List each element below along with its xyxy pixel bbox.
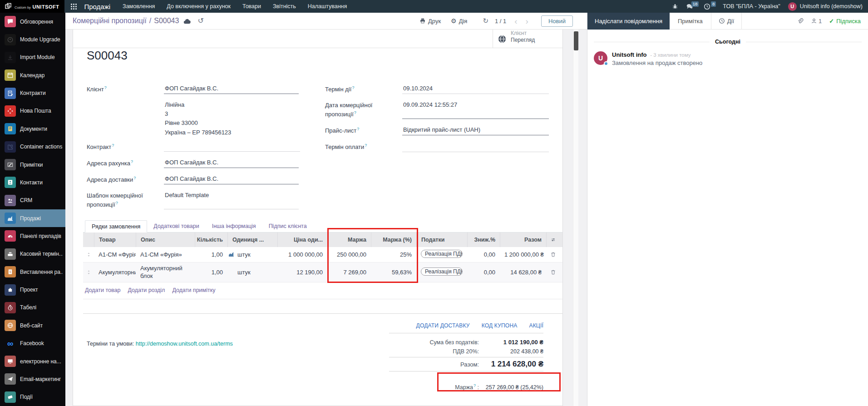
company-switcher[interactable]: ТОВ "БПЛА - Україна" bbox=[723, 3, 780, 10]
discard-undo-icon[interactable]: ↺ bbox=[197, 17, 203, 25]
column-options-icon[interactable] bbox=[546, 233, 560, 247]
cell-margin-pct[interactable]: 59,63% bbox=[371, 269, 416, 276]
add-note-link[interactable]: Додати примітку bbox=[172, 287, 215, 293]
header-quantity[interactable]: Кількість bbox=[195, 233, 227, 247]
breadcrumb-parent-link[interactable]: Комерційні пропозиції bbox=[73, 17, 147, 25]
cell-discount[interactable]: 0,00 bbox=[467, 251, 500, 258]
activities-button[interactable]: Дії bbox=[711, 18, 741, 25]
terms-link[interactable]: http://demoshow.unitsoft.com.ua/terms bbox=[136, 341, 233, 347]
promotions-button[interactable]: АКЦІЇ bbox=[529, 322, 543, 329]
message-author[interactable]: Unitsoft info bbox=[612, 51, 647, 58]
tab-optional-products[interactable]: Додаткові товари bbox=[147, 220, 205, 233]
print-button[interactable]: Друк bbox=[417, 18, 444, 25]
header-unit-price[interactable]: Ціна оди... bbox=[277, 233, 327, 247]
sidebar-item-contacts[interactable]: Контакти bbox=[0, 173, 65, 191]
cell-margin-pct[interactable]: 25% bbox=[371, 251, 416, 258]
cell-quantity[interactable]: 1,00 bbox=[195, 269, 227, 276]
new-button[interactable]: Новий bbox=[541, 15, 573, 27]
cell-discount[interactable]: 0,00 bbox=[467, 269, 500, 276]
sidebar-item-crm[interactable]: CRM bbox=[0, 192, 65, 209]
delete-line-icon[interactable] bbox=[546, 269, 560, 275]
sidebar-item-project[interactable]: Проект bbox=[0, 281, 65, 298]
activities-clock-icon[interactable]: 8 bbox=[704, 3, 710, 10]
cell-unit[interactable]: штук bbox=[227, 251, 277, 258]
drag-handle-icon[interactable] bbox=[83, 270, 94, 275]
quotation-template-field[interactable]: Default Template bbox=[164, 191, 299, 209]
messages-icon[interactable]: 18 bbox=[686, 3, 693, 10]
cell-unit-price[interactable]: 1 000 000,00 bbox=[277, 251, 327, 258]
debug-bug-icon[interactable] bbox=[672, 3, 678, 10]
cell-taxes[interactable]: Реалізація ПДВ 2 bbox=[416, 250, 467, 259]
cell-description[interactable]: Акумуляторний блок bbox=[136, 262, 195, 280]
header-margin[interactable]: Маржа bbox=[327, 233, 371, 247]
current-app-name[interactable]: Продажі bbox=[84, 3, 110, 10]
cell-margin[interactable]: 250 000,00 bbox=[327, 251, 371, 258]
log-note-tab[interactable]: Примітка bbox=[670, 18, 711, 25]
client-field[interactable]: ФОП Сагайдак В.С. bbox=[164, 84, 299, 94]
coupon-code-button[interactable]: КОД КУПОНА bbox=[482, 322, 518, 329]
add-product-link[interactable]: Додати товар bbox=[85, 287, 120, 293]
sidebar-item-nova-poshta[interactable]: Нова Пошта bbox=[0, 102, 65, 120]
menu-to-invoice[interactable]: До включення у рахунок bbox=[161, 0, 237, 13]
cell-margin[interactable]: 7 269,00 bbox=[327, 269, 371, 276]
sidebar-item-sales[interactable]: Продажі bbox=[0, 209, 65, 227]
add-section-link[interactable]: Додати розділ bbox=[128, 287, 165, 293]
cell-product[interactable]: Акумуляторни... bbox=[94, 269, 136, 276]
save-cloud-icon[interactable] bbox=[183, 18, 191, 24]
delivery-address-field[interactable]: ФОП Сагайдак В.С. bbox=[164, 174, 299, 184]
cell-quantity[interactable]: 1,00 bbox=[195, 251, 227, 258]
header-taxes[interactable]: Податки bbox=[416, 233, 467, 247]
menu-reporting[interactable]: Звітність bbox=[267, 0, 302, 13]
sidebar-item-documents[interactable]: Документи bbox=[0, 120, 65, 138]
tab-customer-signature[interactable]: Підпис клієнта bbox=[262, 220, 313, 233]
header-margin-pct[interactable]: Маржа (%) bbox=[371, 233, 416, 247]
sidebar-item-timesheets[interactable]: Табелі bbox=[0, 299, 65, 317]
cell-description[interactable]: А1-СМ «Фурія» bbox=[136, 251, 195, 258]
pager-next-icon[interactable]: › bbox=[524, 17, 530, 25]
refresh-icon[interactable]: ↻ bbox=[483, 17, 488, 25]
sidebar-item-dashboards[interactable]: Панелі приладів bbox=[0, 227, 65, 245]
tab-other-info[interactable]: Інша інформація bbox=[206, 220, 262, 233]
sidebar-item-invoicing[interactable]: $ Виставлення ра... bbox=[0, 263, 65, 281]
attachments-button[interactable] bbox=[797, 18, 804, 25]
scrollbar-thumb[interactable] bbox=[574, 31, 578, 50]
sidebar-item-facebook[interactable]: ∞ Facebook bbox=[0, 334, 65, 352]
quotation-date-field[interactable]: 09.09.2024 12:55:27 bbox=[402, 100, 549, 119]
header-discount[interactable]: Зниж.% bbox=[467, 233, 500, 247]
menu-products[interactable]: Товари bbox=[237, 0, 267, 13]
sidebar-item-discuss[interactable]: Обговорення bbox=[0, 13, 65, 30]
forecast-chart-icon[interactable] bbox=[228, 251, 235, 258]
sidebar-item-contracts[interactable]: Контракти bbox=[0, 84, 65, 102]
header-unit[interactable]: Одиниця ... bbox=[227, 233, 277, 247]
sidebar-item-events[interactable]: Події bbox=[0, 388, 65, 406]
add-shipping-button[interactable]: ДОДАТИ ДОСТАВКУ bbox=[416, 322, 470, 329]
invoice-address-field[interactable]: ФОП Сагайдак В.С. bbox=[164, 158, 299, 168]
pager-prev-icon[interactable]: ‹ bbox=[513, 17, 519, 25]
tab-order-lines[interactable]: Рядки замовлення bbox=[85, 220, 147, 233]
pricelist-field[interactable]: Відкритий прайс-лист (UAH) bbox=[402, 125, 549, 135]
cell-product[interactable]: А1-СМ «Фурія» bbox=[94, 251, 136, 258]
following-button[interactable]: ✓ Підписка bbox=[829, 18, 861, 25]
cell-unit[interactable]: штук bbox=[227, 269, 277, 276]
unitsoft-logo[interactable]: Custom by UNITSOFT bbox=[0, 0, 64, 13]
expiration-date-field[interactable]: 09.10.2024 bbox=[402, 84, 549, 94]
tax-tag[interactable]: Реалізація ПДВ 2 bbox=[421, 267, 463, 276]
sidebar-item-calendar[interactable]: Календар bbox=[0, 66, 65, 84]
content-scrollbar[interactable] bbox=[573, 30, 578, 406]
action-menu-button[interactable]: ⚙ Дія bbox=[448, 18, 470, 25]
sidebar-item-email-marketing[interactable]: Email-маркетинг bbox=[0, 370, 65, 388]
sidebar-item-import-module[interactable]: Import Module bbox=[0, 49, 65, 66]
sidebar-item-pos[interactable]: Касовий термін... bbox=[0, 245, 65, 263]
sidebar-item-elearning[interactable]: електронне на... bbox=[0, 352, 65, 370]
drag-handle-icon[interactable] bbox=[83, 252, 94, 257]
send-message-button[interactable]: Надіслати повідомлення bbox=[587, 13, 670, 30]
cell-unit-price[interactable]: 12 190,00 bbox=[277, 269, 327, 276]
header-total[interactable]: Разом bbox=[500, 233, 546, 247]
tax-tag[interactable]: Реалізація ПДВ 2 bbox=[421, 250, 463, 258]
sidebar-item-website[interactable]: Веб-сайт bbox=[0, 317, 65, 334]
sidebar-item-module-upgrade[interactable]: Module Upgrade bbox=[0, 30, 65, 48]
header-product[interactable]: Товар bbox=[94, 233, 136, 247]
customer-preview-smart-button[interactable]: Клієнт Перегляд bbox=[493, 30, 549, 48]
cell-taxes[interactable]: Реалізація ПДВ 2 bbox=[416, 267, 467, 277]
sidebar-item-container-actions[interactable]: Container actions bbox=[0, 138, 65, 156]
